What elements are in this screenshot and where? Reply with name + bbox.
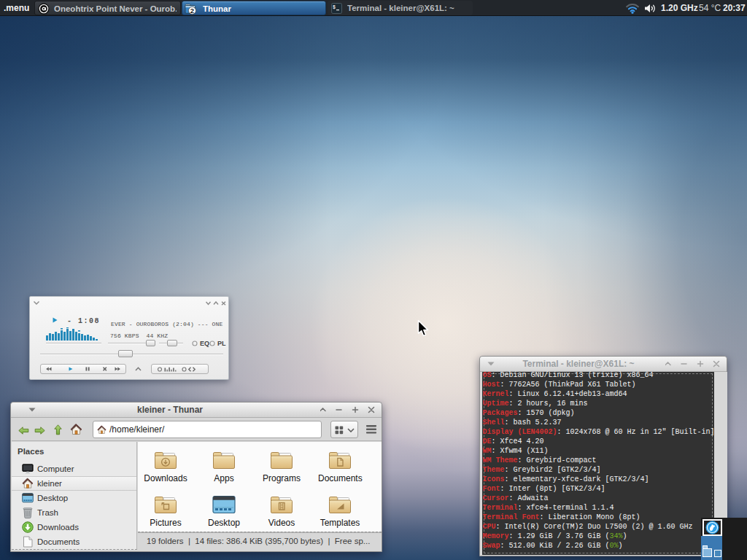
svg-text:$: $: [333, 5, 336, 10]
svg-text:2: 2: [190, 7, 194, 15]
